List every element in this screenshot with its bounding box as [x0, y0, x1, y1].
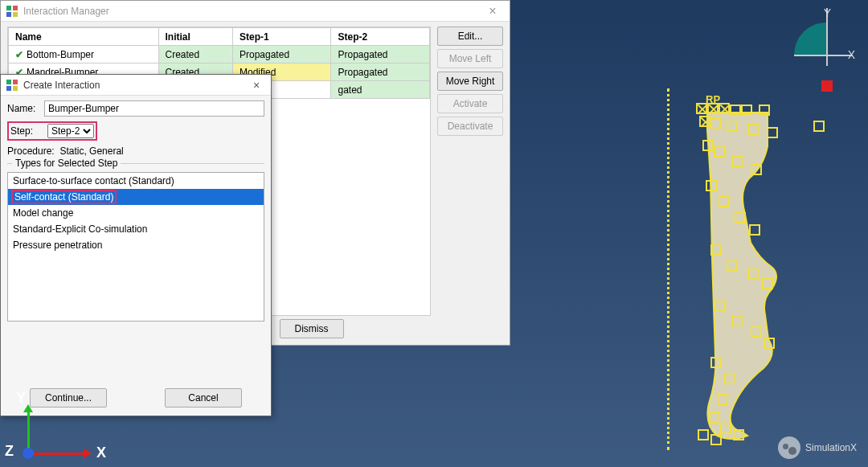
node-marker[interactable] [706, 180, 717, 191]
node-marker[interactable] [751, 164, 762, 175]
node-marker[interactable] [710, 117, 722, 129]
type-item[interactable]: Surface-to-surface contact (Standard) [8, 173, 264, 189]
col-step2[interactable]: Step-2 [331, 28, 430, 46]
type-item[interactable]: Self-contact (Standard) [8, 189, 264, 205]
types-list[interactable]: Surface-to-surface contact (Standard)Sel… [7, 172, 264, 322]
axis-of-symmetry [667, 88, 669, 450]
node-marker[interactable] [747, 124, 759, 135]
col-step1[interactable]: Step-1 [233, 28, 331, 46]
deactivate-button: Deactivate [437, 117, 503, 136]
triad-x-label: X [96, 444, 106, 461]
node-marker[interactable] [702, 140, 714, 151]
node-marker[interactable] [730, 104, 741, 116]
col-initial[interactable]: Initial [158, 28, 233, 46]
svg-rect-1 [13, 6, 18, 10]
create-interaction-dialog: Create Interaction × Name: Step: Step-2 … [0, 74, 272, 416]
node-marker[interactable] [762, 278, 773, 289]
node-marker[interactable] [709, 412, 720, 423]
node-marker[interactable] [699, 116, 710, 127]
move-left-button: Move Left [437, 49, 503, 68]
node-marker[interactable] [717, 394, 728, 405]
check-icon: ✔ [15, 49, 23, 60]
name-input[interactable] [44, 100, 264, 117]
node-marker[interactable] [714, 146, 725, 158]
table-row[interactable]: ✔Bottom-BumperCreatedPropagatedPropagate… [9, 46, 430, 63]
watermark-text: SimulationX [805, 442, 857, 453]
node-marker[interactable] [719, 103, 730, 114]
node-marker[interactable] [710, 357, 722, 368]
node-marker[interactable] [751, 326, 762, 338]
svg-rect-5 [13, 80, 18, 84]
manager-side-buttons: Edit... Move Left Move Right Activate De… [437, 27, 503, 316]
svg-rect-7 [13, 86, 18, 91]
triad-tr-x-label: X [848, 48, 855, 61]
svg-rect-4 [6, 80, 11, 84]
app-icon [6, 5, 18, 18]
interaction-manager-title: Interaction Manager [23, 6, 481, 17]
move-right-button[interactable]: Move Right [437, 72, 503, 91]
step-label: Step: [10, 125, 44, 137]
continue-button[interactable]: Continue... [30, 388, 107, 408]
node-marker[interactable] [749, 224, 760, 236]
interaction-manager-titlebar[interactable]: Interaction Manager × [1, 1, 510, 22]
activate-button: Activate [437, 94, 503, 113]
svg-rect-3 [13, 12, 18, 17]
node-marker[interactable] [764, 338, 775, 349]
type-item[interactable]: Standard-Explicit Co-simulation [8, 221, 264, 237]
triad-y-label: Y [16, 390, 26, 407]
svg-rect-0 [6, 6, 11, 10]
node-marker[interactable] [710, 244, 722, 256]
node-marker[interactable] [759, 104, 770, 116]
procedure-value: Static, General [59, 145, 123, 157]
node-marker[interactable] [731, 315, 743, 326]
node-marker[interactable] [720, 423, 731, 434]
node-marker[interactable] [747, 268, 759, 280]
create-interaction-titlebar[interactable]: Create Interaction × [1, 75, 271, 96]
svg-rect-6 [6, 86, 11, 91]
node-marker[interactable] [741, 104, 752, 116]
type-item[interactable]: Pressure penetration [8, 237, 264, 253]
node-marker[interactable] [733, 429, 744, 440]
triad-tr-y-label: Y [824, 6, 831, 19]
col-name[interactable]: Name [9, 28, 159, 46]
viewport-model[interactable]: RP [667, 88, 796, 442]
types-legend: Types for Selected Step [12, 158, 121, 169]
node-marker[interactable] [696, 103, 707, 114]
node-marker[interactable] [710, 434, 722, 445]
watermark: SimulationX [778, 436, 857, 459]
svg-rect-2 [6, 12, 11, 17]
node-marker[interactable] [719, 196, 730, 207]
node-marker[interactable] [735, 212, 746, 223]
cancel-button[interactable]: Cancel [165, 388, 242, 408]
name-label: Name: [7, 103, 41, 114]
app-icon [6, 79, 18, 92]
procedure-label: Procedure: [7, 145, 55, 157]
node-marker[interactable] [723, 373, 735, 384]
node-marker[interactable] [698, 429, 709, 440]
node-marker[interactable] [714, 301, 725, 312]
close-icon[interactable]: × [247, 79, 266, 92]
wechat-icon [778, 436, 800, 459]
dismiss-button[interactable]: Dismiss [280, 319, 344, 338]
node-marker[interactable] [731, 156, 743, 167]
node-marker[interactable] [767, 127, 778, 138]
node-marker[interactable] [727, 260, 738, 272]
close-icon[interactable]: × [481, 4, 505, 18]
node-marker[interactable] [707, 103, 719, 114]
step-select[interactable]: Step-2 [47, 124, 94, 138]
triad-z-label: Z [5, 443, 14, 460]
node-marker[interactable] [727, 121, 738, 132]
edit-button[interactable]: Edit... [437, 27, 503, 46]
type-item[interactable]: Model change [8, 205, 264, 221]
viewport-triad-top-right: Y X [788, 8, 852, 88]
create-interaction-title: Create Interaction [23, 80, 247, 91]
node-marker[interactable] [813, 121, 825, 132]
